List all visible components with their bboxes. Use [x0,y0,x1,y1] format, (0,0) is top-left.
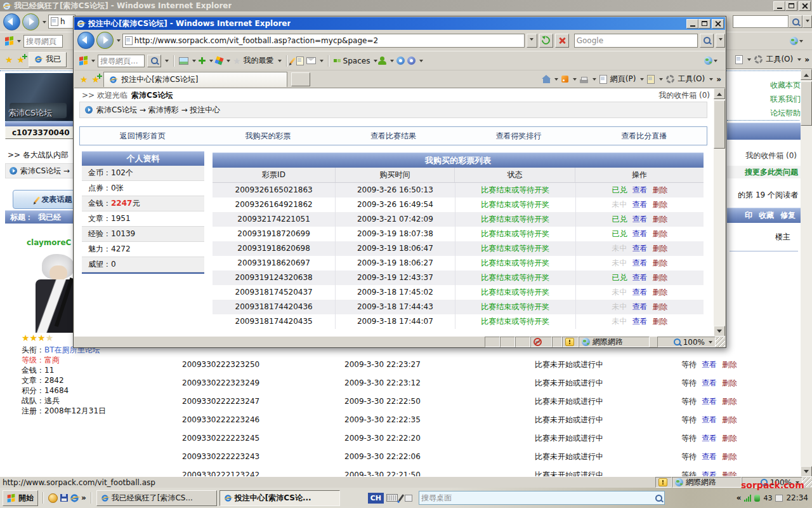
tray-app-icon[interactable] [405,495,412,502]
delete-link[interactable]: 删除 [722,374,737,392]
spaces-icon[interactable] [334,59,341,62]
dropdown-icon[interactable] [554,78,558,83]
popup-address-input[interactable] [134,36,522,45]
delete-link[interactable]: 删除 [652,241,667,256]
new-tab-stub[interactable] [291,72,310,86]
tray-collapse-chevron[interactable]: « [737,493,742,502]
delete-link[interactable]: 删除 [652,271,667,285]
rss-icon[interactable] [561,76,568,83]
quicklaunch-app-icon[interactable] [48,493,58,503]
resize-grip[interactable] [716,337,725,347]
translate-dropdown-icon[interactable] [799,40,803,44]
back-button[interactable] [3,13,20,30]
action-print[interactable]: 印 [745,210,752,221]
favorites-dim-star-icon[interactable]: ★ [233,57,241,65]
page-menu-icon[interactable] [735,55,743,64]
toolbar-dropdown-icon[interactable] [17,40,21,44]
dropdown-icon[interactable] [278,60,282,64]
delete-link[interactable]: 删除 [652,285,667,300]
breadcrumb-text[interactable]: 索沛CS论坛 → 索沛博彩 → 投注中心 [96,105,220,116]
scroll-up-button[interactable] [801,69,812,80]
dropdown-icon[interactable] [659,78,663,83]
signal-bars-icon[interactable] [744,495,751,502]
delete-link[interactable]: 删除 [652,212,667,227]
close-button[interactable] [712,19,724,29]
delete-link[interactable]: 删除 [722,448,737,466]
view-link[interactable]: 查看 [702,374,717,392]
delete-link[interactable]: 删除 [722,356,737,374]
translate-icon[interactable] [790,37,798,45]
delete-link[interactable]: 删除 [652,314,667,329]
dropdown-icon[interactable] [226,60,230,64]
action-repair[interactable]: 修复 [780,210,796,221]
dropdown-icon[interactable] [320,60,324,64]
search-options-button[interactable] [802,15,812,28]
page-menu-label[interactable]: 網頁(P) [610,74,636,84]
bg-inbox-link[interactable]: 我的收件箱 (0) [727,150,797,161]
network-lamp-icon[interactable] [754,495,760,502]
page-menu-icon[interactable] [599,75,607,84]
favorites-label[interactable]: 我的最愛 [244,55,274,66]
view-link[interactable]: 查看 [702,411,717,429]
taskbar-task-2[interactable]: 投注中心[索沛CS论... [219,490,340,506]
search-options-button[interactable] [716,34,725,48]
people-icon[interactable] [380,57,384,61]
view-link[interactable]: 查看 [632,271,647,285]
bg-address-field[interactable] [48,15,75,29]
scroll-down-button[interactable] [714,326,725,336]
inbox-link[interactable]: 我的收件箱 (0) [658,90,710,101]
dropdown-icon[interactable] [192,60,196,64]
zoom-dropdown-icon[interactable] [709,341,712,345]
popup-address-field[interactable] [122,34,525,48]
view-link[interactable]: 查看 [632,227,647,241]
view-link[interactable]: 查看 [632,241,647,256]
popup-web-search-input[interactable] [100,57,142,65]
history-dropdown-icon[interactable] [117,39,121,44]
translate-icon[interactable] [704,57,712,65]
nav-prize-ranking[interactable]: 查看得奖排行 [496,131,542,142]
add-favorite-icon[interactable]: ★ [17,55,25,64]
view-link[interactable]: 查看 [632,256,647,271]
close-button[interactable] [799,1,811,11]
maximize-button[interactable] [698,19,710,29]
photos-icon[interactable] [179,57,188,65]
edit-page-icon[interactable] [296,57,304,65]
favorites-star-icon[interactable]: ★ [80,75,88,84]
tools-dropdown-icon[interactable] [797,58,801,63]
msn-icon[interactable] [214,56,223,65]
view-link[interactable]: 查看 [702,448,717,466]
favorites-star-icon[interactable]: ★ [5,55,13,64]
toolbar-dropdown-icon[interactable] [91,60,95,64]
desktop-search-field[interactable] [419,491,665,505]
link-contact-us[interactable]: 联系我们 [727,92,801,106]
bg-web-search-field[interactable] [23,35,63,48]
google-search-field[interactable] [574,34,698,48]
delete-link[interactable]: 删除 [652,183,667,197]
tools-menu-label[interactable]: 工具(O) [678,74,705,84]
spaces-label[interactable]: Spaces [343,57,370,65]
bg-tools-label[interactable]: 工具(O) [766,54,793,65]
page-menu-dropdown-icon[interactable] [747,58,751,63]
blocked-eye-icon[interactable] [534,338,542,346]
quicklaunch-chevron[interactable]: » [81,493,86,502]
bg-tab[interactable]: 我已 [29,52,67,67]
highlighter-icon[interactable] [289,57,295,64]
search-button[interactable] [789,15,802,28]
restore-button[interactable] [785,1,797,11]
action-favorite[interactable]: 收藏 [759,210,774,221]
sidebar-breadcrumb-text[interactable]: 索沛CS论坛 → [20,166,70,177]
view-link[interactable]: 查看 [702,392,717,411]
delete-link[interactable]: 删除 [722,392,737,411]
dropdown-icon[interactable] [573,78,577,83]
web-search-button[interactable] [147,55,161,67]
link-bookmark-page[interactable]: 收藏本页 [727,78,801,92]
overflow-chevron[interactable]: » [804,55,809,64]
mail-icon[interactable] [306,57,316,64]
bg-web-search-input[interactable] [26,37,60,46]
dropdown-icon[interactable] [709,78,713,83]
link-forum-help[interactable]: 论坛帮助 [727,106,801,120]
dropdown-icon[interactable] [640,78,644,83]
desktop-search-input[interactable] [421,493,653,502]
dropdown-icon[interactable] [593,78,596,83]
add-icon[interactable] [199,57,206,64]
